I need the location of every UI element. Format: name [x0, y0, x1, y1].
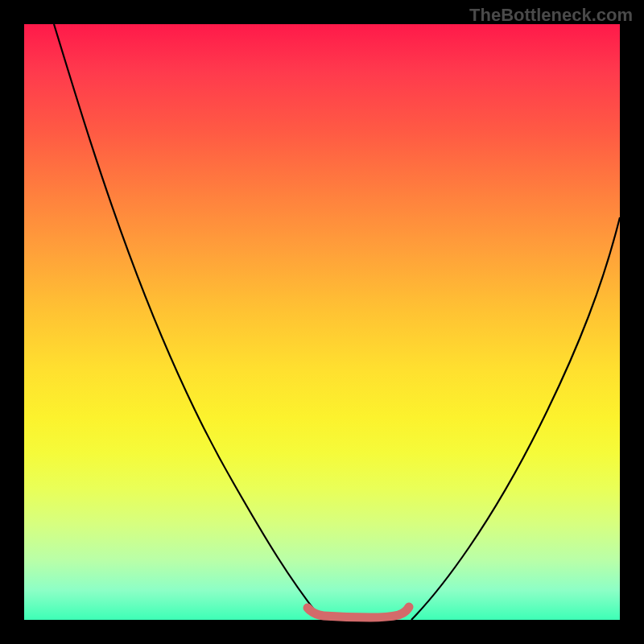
curve-layer [24, 24, 620, 620]
flat-dot-left [303, 604, 312, 612]
plot-area [24, 24, 620, 620]
watermark-text: TheBottleneck.com [469, 5, 633, 26]
right-curve [411, 217, 620, 620]
left-curve [54, 24, 322, 620]
chart-frame: TheBottleneck.com [0, 0, 644, 644]
flat-highlight [308, 607, 409, 617]
flat-dot-right [405, 603, 413, 611]
